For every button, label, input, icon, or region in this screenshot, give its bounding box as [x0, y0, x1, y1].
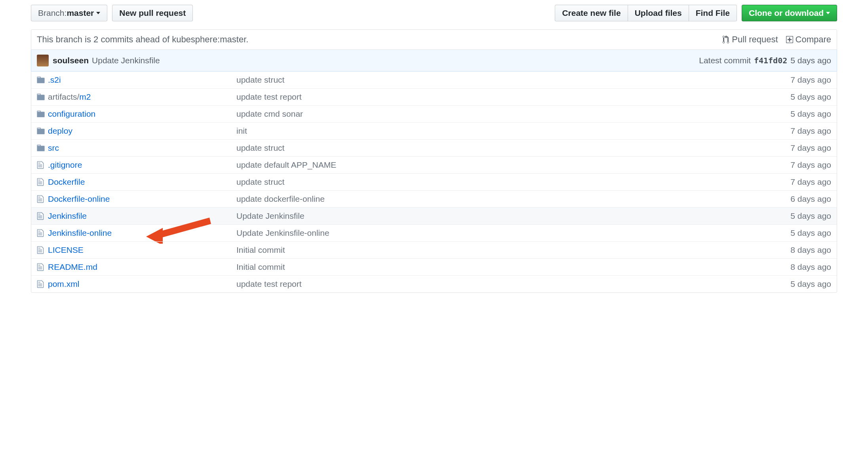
- file-name-cell: deploy: [48, 126, 236, 136]
- file-link[interactable]: deploy: [48, 126, 72, 135]
- file-link[interactable]: README.md: [48, 262, 97, 271]
- file-commit-message[interactable]: update struct: [236, 143, 790, 153]
- file-age: 5 days ago: [790, 211, 831, 221]
- commit-author[interactable]: soulseen: [53, 56, 89, 65]
- commit-sha[interactable]: f41fd02: [754, 56, 787, 65]
- repo-toolbar: Branch: master New pull request Create n…: [31, 5, 837, 21]
- file-name-prefix: artifacts/: [48, 92, 79, 101]
- file-commit-message[interactable]: update dockerfile-online: [236, 194, 790, 204]
- file-age: 5 days ago: [790, 279, 831, 289]
- file-commit-message[interactable]: Initial commit: [236, 262, 790, 272]
- file-age: 5 days ago: [790, 109, 831, 119]
- file-commit-message[interactable]: update struct: [236, 177, 790, 187]
- table-row: LICENSEInitial commit8 days ago: [31, 241, 837, 258]
- chevron-down-icon: [96, 12, 100, 14]
- file-age: 5 days ago: [790, 228, 831, 238]
- file-commit-message[interactable]: Update Jenkinsfile: [236, 211, 790, 221]
- file-icon: [37, 195, 48, 203]
- file-icon: [37, 161, 48, 169]
- table-row: Dockerfile-onlineupdate dockerfile-onlin…: [31, 190, 837, 207]
- git-pull-request-icon: [722, 35, 729, 44]
- file-icon: [37, 229, 48, 237]
- table-row: deployinit7 days ago: [31, 122, 837, 139]
- find-file-button[interactable]: Find File: [689, 5, 737, 21]
- file-name-cell: artifacts/m2: [48, 92, 236, 102]
- file-name-cell: Jenkinsfile-online: [48, 228, 236, 238]
- file-commit-message[interactable]: update cmd sonar: [236, 109, 790, 119]
- table-row: .s2iupdate struct7 days ago: [31, 72, 837, 88]
- branch-label: Branch:: [38, 8, 67, 18]
- file-age: 7 days ago: [790, 75, 831, 85]
- file-age: 8 days ago: [790, 262, 831, 272]
- file-commit-message[interactable]: update struct: [236, 75, 790, 85]
- file-name-cell: LICENSE: [48, 245, 236, 255]
- file-name-cell: .s2i: [48, 75, 236, 85]
- table-row: pom.xmlupdate test report5 days ago: [31, 275, 837, 292]
- file-name-cell: configuration: [48, 109, 236, 119]
- create-new-file-button[interactable]: Create new file: [555, 5, 628, 21]
- file-commit-message[interactable]: update default APP_NAME: [236, 160, 790, 170]
- latest-commit-label: Latest commit: [699, 56, 751, 65]
- table-row: JenkinsfileUpdate Jenkinsfile5 days ago: [31, 207, 837, 224]
- file-age: 8 days ago: [790, 245, 831, 255]
- file-icon: [37, 178, 48, 186]
- file-name-cell: .gitignore: [48, 160, 236, 170]
- folder-icon: [37, 110, 48, 118]
- file-commit-message[interactable]: init: [236, 126, 790, 136]
- file-link[interactable]: .s2i: [48, 75, 61, 84]
- file-link[interactable]: Jenkinsfile: [48, 211, 87, 220]
- file-link[interactable]: configuration: [48, 109, 95, 118]
- commit-age: 5 days ago: [790, 56, 831, 65]
- file-link[interactable]: src: [48, 143, 59, 152]
- file-age: 7 days ago: [790, 143, 831, 153]
- chevron-down-icon: [826, 12, 830, 14]
- folder-icon: [37, 144, 48, 152]
- file-commit-message[interactable]: update test report: [236, 279, 790, 289]
- file-name-cell: Jenkinsfile: [48, 211, 236, 221]
- file-link[interactable]: Jenkinsfile-online: [48, 228, 112, 237]
- file-commit-message[interactable]: Initial commit: [236, 245, 790, 255]
- table-row: README.mdInitial commit8 days ago: [31, 258, 837, 275]
- file-icon: [37, 280, 48, 288]
- table-row: srcupdate struct7 days ago: [31, 139, 837, 156]
- table-row: .gitignoreupdate default APP_NAME7 days …: [31, 156, 837, 173]
- upload-files-button[interactable]: Upload files: [628, 5, 689, 21]
- file-name-cell: pom.xml: [48, 279, 236, 289]
- file-icon: [37, 263, 48, 271]
- avatar[interactable]: [37, 55, 49, 66]
- table-row: configurationupdate cmd sonar5 days ago: [31, 105, 837, 122]
- folder-icon: [37, 127, 48, 135]
- file-icon: [37, 212, 48, 220]
- file-name-cell: Dockerfile-online: [48, 194, 236, 204]
- branch-select[interactable]: Branch: master: [31, 5, 107, 21]
- file-actions-group: Create new file Upload files Find File: [555, 5, 737, 21]
- file-name-cell: README.md: [48, 262, 236, 272]
- new-pull-request-button[interactable]: New pull request: [112, 5, 193, 21]
- compare-link[interactable]: Compare: [786, 34, 831, 45]
- commit-message[interactable]: Update Jenkinsfile: [92, 56, 160, 65]
- file-link[interactable]: LICENSE: [48, 245, 84, 254]
- file-age: 7 days ago: [790, 177, 831, 187]
- file-link[interactable]: m2: [79, 92, 91, 101]
- file-age: 5 days ago: [790, 92, 831, 102]
- diff-icon: [786, 35, 793, 44]
- latest-commit-bar: soulseen Update Jenkinsfile Latest commi…: [31, 50, 837, 72]
- file-age: 7 days ago: [790, 160, 831, 170]
- branch-value: master: [67, 8, 94, 18]
- clone-label: Clone or download: [749, 8, 824, 18]
- folder-icon: [37, 93, 48, 101]
- branch-status-bar: This branch is 2 commits ahead of kubesp…: [31, 29, 837, 50]
- file-commit-message[interactable]: update test report: [236, 92, 790, 102]
- pull-request-link[interactable]: Pull request: [722, 34, 778, 45]
- table-row: Dockerfileupdate struct7 days ago: [31, 173, 837, 190]
- file-age: 7 days ago: [790, 126, 831, 136]
- file-commit-message[interactable]: Update Jenkinsfile-online: [236, 228, 790, 238]
- file-list: .s2iupdate struct7 days agoartifacts/m2u…: [31, 72, 837, 293]
- file-link[interactable]: Dockerfile: [48, 177, 85, 186]
- file-age: 6 days ago: [790, 194, 831, 204]
- clone-or-download-button[interactable]: Clone or download: [742, 5, 837, 21]
- folder-icon: [37, 76, 48, 84]
- file-link[interactable]: pom.xml: [48, 279, 79, 288]
- file-link[interactable]: Dockerfile-online: [48, 194, 110, 203]
- file-link[interactable]: .gitignore: [48, 160, 82, 169]
